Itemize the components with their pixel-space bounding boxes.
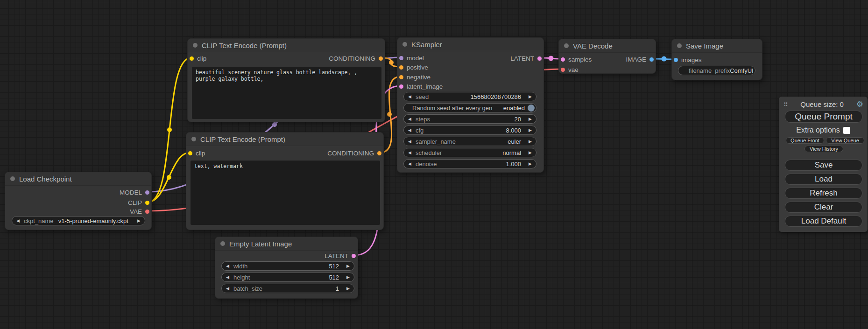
collapse-dot-icon[interactable] — [677, 43, 682, 48]
latent-image-input-dot[interactable] — [399, 84, 403, 89]
collapse-dot-icon[interactable] — [191, 137, 196, 141]
decrement-arrow-icon[interactable]: ◀ — [404, 140, 416, 144]
decrement-arrow-icon[interactable]: ◀ — [404, 151, 416, 155]
increment-arrow-icon[interactable]: ▶ — [524, 151, 536, 155]
node-title[interactable]: Load Checkpoint — [5, 172, 151, 186]
samples-input-dot[interactable] — [561, 57, 565, 62]
prompt-textarea[interactable]: beautiful scenery nature glass bottle la… — [192, 67, 381, 119]
decrement-arrow-icon[interactable]: ◀ — [222, 264, 233, 268]
node-vae-decode[interactable]: VAE Decode samples vae IMAGE — [558, 39, 656, 74]
decrement-arrow-icon[interactable]: ◀ — [222, 275, 233, 280]
node-clip-text-encode-negative[interactable]: CLIP Text Encode (Prompt) clip CONDITION… — [186, 132, 384, 230]
vae-input-slot[interactable]: vae — [561, 65, 579, 74]
conditioning-output-dot[interactable] — [377, 151, 381, 155]
node-title[interactable]: Save Image — [672, 39, 762, 53]
load-default-button[interactable]: Load Default — [785, 216, 862, 227]
collapse-dot-icon[interactable] — [220, 241, 225, 246]
cfg-widget[interactable]: ◀ cfg 8.000 ▶ — [403, 126, 536, 135]
queue-prompt-button[interactable]: Queue Prompt — [785, 111, 862, 123]
latent-output-slot[interactable]: LATENT — [510, 54, 542, 63]
increment-arrow-icon[interactable]: ▶ — [342, 275, 354, 280]
node-load-checkpoint[interactable]: Load Checkpoint MODEL CLIP VAE ◀ ckpt_na… — [5, 172, 152, 230]
queue-front-button[interactable]: Queue Front — [786, 137, 824, 144]
conditioning-output-slot[interactable]: CONDITIONING — [329, 54, 383, 63]
width-widget[interactable]: ◀ width 512 ▶ — [221, 261, 354, 271]
negative-input-dot[interactable] — [399, 75, 403, 79]
random-seed-toggle-widget[interactable]: Random seed after every gen enabled — [403, 103, 536, 112]
view-queue-button[interactable]: View Queue — [826, 137, 864, 144]
batch-size-widget[interactable]: ◀ batch_size 1 ▶ — [221, 284, 354, 293]
clip-output-dot[interactable] — [145, 201, 149, 205]
vae-output-slot[interactable]: VAE — [130, 207, 149, 216]
node-title[interactable]: Empty Latent Image — [215, 237, 358, 251]
latent-output-dot[interactable] — [352, 254, 356, 258]
latent-output-dot[interactable] — [537, 56, 542, 61]
collapse-dot-icon[interactable] — [10, 176, 15, 181]
negative-input-slot[interactable]: negative — [399, 73, 430, 81]
increment-arrow-icon[interactable]: ▶ — [524, 140, 536, 144]
model-output-dot[interactable] — [145, 190, 149, 195]
ckpt-name-widget[interactable]: ◀ ckpt_name v1-5-pruned-emaonly.ckpt ▶ — [12, 216, 145, 225]
node-title[interactable]: VAE Decode — [559, 39, 656, 53]
collapse-dot-icon[interactable] — [193, 43, 198, 48]
extra-options-checkbox[interactable] — [843, 127, 850, 134]
denoise-widget[interactable]: ◀ denoise 1.000 ▶ — [403, 159, 536, 168]
vae-input-dot[interactable] — [561, 68, 565, 72]
increment-arrow-icon[interactable]: ▶ — [524, 95, 536, 99]
node-ksampler[interactable]: KSampler model positive negative latent_… — [397, 37, 544, 173]
images-input-slot[interactable]: images — [674, 56, 702, 64]
increment-arrow-icon[interactable]: ▶ — [342, 264, 354, 268]
node-graph-canvas[interactable]: { "colors": { "model": "#a98fd1", "clip"… — [0, 0, 868, 329]
decrement-arrow-icon[interactable]: ◀ — [404, 128, 416, 133]
clip-input-dot[interactable] — [190, 56, 194, 61]
image-output-slot[interactable]: IMAGE — [626, 55, 654, 63]
gear-icon[interactable]: ⚙ — [856, 99, 863, 109]
model-output-slot[interactable]: MODEL — [120, 188, 149, 196]
decrement-arrow-icon[interactable]: ◀ — [12, 219, 24, 223]
refresh-button[interactable]: Refresh — [785, 188, 862, 199]
height-widget[interactable]: ◀ height 512 ▶ — [221, 273, 354, 282]
collapse-dot-icon[interactable] — [564, 43, 569, 48]
clip-input-slot[interactable]: clip — [190, 54, 206, 63]
clip-input-dot[interactable] — [188, 151, 192, 155]
clip-input-slot[interactable]: clip — [188, 149, 205, 157]
clear-button[interactable]: Clear — [785, 202, 862, 213]
node-title[interactable]: CLIP Text Encode (Prompt) — [188, 39, 385, 52]
filename-prefix-widget[interactable]: filename_prefix ComfyUI — [678, 66, 755, 75]
image-output-dot[interactable] — [649, 57, 654, 62]
node-save-image[interactable]: Save Image images filename_prefix ComfyU… — [671, 39, 762, 80]
scheduler-widget[interactable]: ◀ scheduler normal ▶ — [403, 148, 536, 157]
toggle-dot[interactable] — [528, 105, 535, 112]
collapse-dot-icon[interactable] — [402, 42, 407, 47]
load-button[interactable]: Load — [785, 174, 862, 185]
node-title[interactable]: CLIP Text Encode (Prompt) — [186, 133, 383, 146]
samples-input-slot[interactable]: samples — [561, 55, 592, 63]
node-empty-latent-image[interactable]: Empty Latent Image LATENT ◀ width 512 ▶ … — [215, 237, 358, 299]
increment-arrow-icon[interactable]: ▶ — [133, 219, 145, 223]
decrement-arrow-icon[interactable]: ◀ — [404, 95, 416, 99]
increment-arrow-icon[interactable]: ▶ — [524, 128, 536, 133]
drag-handle-icon[interactable]: ⠿ — [783, 101, 788, 108]
view-history-button[interactable]: View History — [804, 146, 843, 152]
decrement-arrow-icon[interactable]: ◀ — [404, 162, 416, 166]
prompt-textarea[interactable]: text, watermark — [191, 161, 380, 225]
model-input-slot[interactable]: model — [399, 54, 424, 62]
increment-arrow-icon[interactable]: ▶ — [342, 287, 354, 291]
vae-output-dot[interactable] — [145, 210, 149, 214]
save-button[interactable]: Save — [785, 160, 862, 171]
decrement-arrow-icon[interactable]: ◀ — [404, 117, 416, 121]
positive-input-dot[interactable] — [399, 65, 403, 70]
images-input-dot[interactable] — [674, 58, 678, 62]
latent-output-slot[interactable]: LATENT — [325, 252, 356, 260]
increment-arrow-icon[interactable]: ▶ — [524, 162, 536, 166]
steps-widget[interactable]: ◀ steps 20 ▶ — [403, 114, 536, 124]
positive-input-slot[interactable]: positive — [399, 63, 428, 71]
node-clip-text-encode-positive[interactable]: CLIP Text Encode (Prompt) clip CONDITION… — [187, 38, 385, 122]
model-input-dot[interactable] — [399, 56, 403, 60]
increment-arrow-icon[interactable]: ▶ — [524, 117, 536, 121]
seed-widget[interactable]: ◀ seed 156680208700286 ▶ — [403, 92, 536, 101]
latent-image-input-slot[interactable]: latent_image — [399, 82, 443, 91]
conditioning-output-dot[interactable] — [379, 56, 383, 61]
conditioning-output-slot[interactable]: CONDITIONING — [327, 149, 381, 157]
decrement-arrow-icon[interactable]: ◀ — [222, 287, 233, 291]
